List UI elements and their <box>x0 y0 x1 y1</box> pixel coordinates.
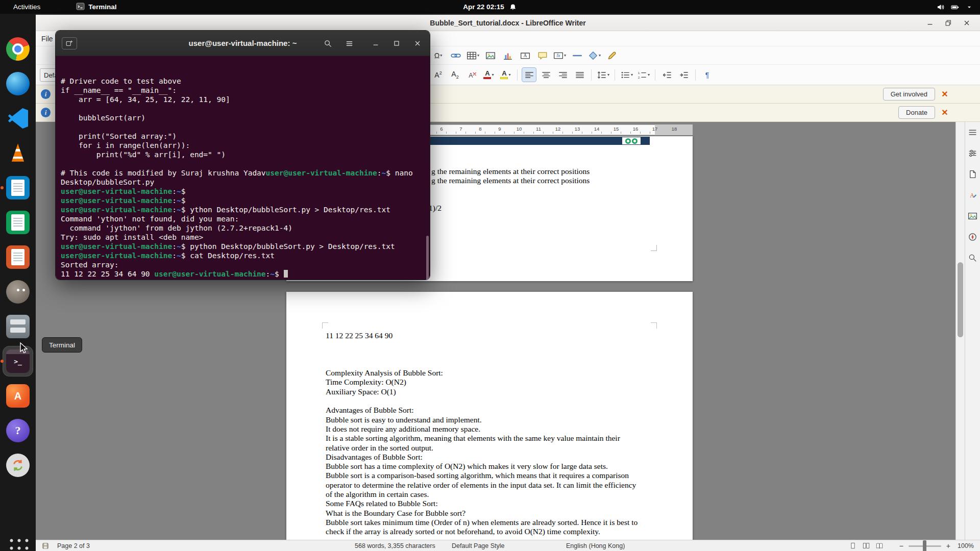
maximize-icon[interactable] <box>390 37 403 49</box>
zoom-slider-thumb[interactable] <box>923 540 926 551</box>
align-center-button[interactable] <box>539 68 553 82</box>
draw-functions-button[interactable] <box>605 48 619 62</box>
insert-chart-button[interactable] <box>501 48 514 62</box>
multi-page-view-icon[interactable] <box>861 540 872 551</box>
terminal-line: for i in range(len(arr)): <box>61 141 425 151</box>
style-inspector-icon[interactable] <box>967 252 979 264</box>
dock-item-chrome[interactable] <box>3 34 33 64</box>
superscript-button[interactable]: A2 <box>431 68 445 82</box>
decrease-indent-button[interactable] <box>660 68 674 82</box>
align-left-button[interactable] <box>522 68 536 82</box>
dock-item-libreoffice-calc[interactable] <box>3 208 33 237</box>
formatting-marks-button[interactable]: ¶ <box>700 68 714 82</box>
status-page-style[interactable]: Default Page Style <box>452 540 505 551</box>
status-page-number[interactable]: Page 2 of 3 <box>57 540 90 551</box>
dock-item-gimp[interactable] <box>3 277 33 307</box>
scrollbar-thumb[interactable] <box>958 262 963 337</box>
document-page-2[interactable]: 11 12 22 25 34 64 90Complexity Analysis … <box>286 292 693 540</box>
basic-shapes-button[interactable]: ▾ <box>587 48 601 62</box>
clock-menu[interactable]: Apr 22 02:15 <box>463 3 517 11</box>
highlight-color-button[interactable]: A▾ <box>499 68 512 82</box>
status-language[interactable]: English (Hong Kong) <box>566 540 625 551</box>
book-view-icon[interactable] <box>874 540 885 551</box>
donate-button[interactable]: Donate <box>898 106 935 119</box>
insert-comment-button[interactable] <box>535 48 549 62</box>
align-right-button[interactable] <box>556 68 570 82</box>
terminal-line: command 'jython' from deb jython (2.7.2+… <box>61 224 425 233</box>
single-page-view-icon[interactable] <box>847 540 859 551</box>
zoom-in-button[interactable]: + <box>946 540 950 551</box>
chevron-down-icon: ▾ <box>599 53 601 58</box>
zoom-level[interactable]: 100% <box>958 540 974 551</box>
subscript-button[interactable]: A2 <box>448 68 462 82</box>
increase-indent-button[interactable] <box>677 68 691 82</box>
terminal-scrollbar-thumb[interactable] <box>426 236 429 280</box>
line-spacing-button[interactable]: ▾ <box>596 68 610 82</box>
toolbar-separator <box>591 69 592 81</box>
status-word-count[interactable]: 568 words, 3,355 characters <box>355 540 435 551</box>
vlc-icon <box>8 143 28 163</box>
dock-item-show-applications[interactable] <box>3 532 33 551</box>
writer-titlebar[interactable]: Bubble_Sort_tutorial.docx - LibreOffice … <box>36 15 980 31</box>
dock-item-vlc[interactable] <box>3 138 33 168</box>
document-text-line <box>326 359 663 368</box>
page-icon[interactable] <box>967 168 979 180</box>
focused-app-indicator[interactable]: Terminal <box>76 2 116 12</box>
document-scrollbar[interactable] <box>955 122 965 540</box>
ruler-number: 10 <box>517 126 522 132</box>
hyperlink-button[interactable] <box>449 48 462 62</box>
close-icon[interactable]: ✕ <box>939 108 950 117</box>
ruler-number: 6 <box>440 126 443 132</box>
minimize-icon[interactable] <box>369 37 382 49</box>
insert-field-button[interactable]: fx▾ <box>553 48 567 62</box>
close-icon[interactable]: ✕ <box>939 89 950 99</box>
dock-item-libreoffice-writer[interactable] <box>3 173 33 203</box>
libreoffice-impress-icon <box>6 245 30 269</box>
dock-item-vscode[interactable] <box>3 104 33 133</box>
navigator-icon[interactable] <box>967 231 979 243</box>
numbered-list-button[interactable]: 1.2.▾ <box>636 68 650 82</box>
ruler-number: 16 <box>633 126 639 132</box>
get-involved-button[interactable]: Get involved <box>883 88 935 101</box>
ruler-number: 7 <box>459 126 462 132</box>
menu-icon[interactable] <box>342 37 356 49</box>
special-character-button[interactable]: Ω▾ <box>431 48 445 62</box>
gallery-icon[interactable] <box>967 210 979 222</box>
font-color-button[interactable]: A▾ <box>482 68 496 82</box>
focused-app-label: Terminal <box>88 3 116 11</box>
toolbar-separator <box>517 69 518 81</box>
dock-item-software-updater[interactable] <box>3 450 33 480</box>
insert-table-button[interactable]: ▾ <box>466 48 480 62</box>
insert-image-button[interactable] <box>483 48 497 62</box>
close-icon[interactable] <box>411 37 424 49</box>
ruler-number: 18 <box>672 126 677 132</box>
dock-item-thunderbird[interactable] <box>3 69 33 98</box>
clear-formatting-button[interactable]: A <box>465 68 479 82</box>
styles-icon[interactable]: A <box>967 189 979 201</box>
properties-icon[interactable] <box>967 147 979 159</box>
close-icon[interactable] <box>961 17 973 29</box>
align-justify-button[interactable] <box>573 68 586 82</box>
dock-item-ubuntu-software[interactable]: A <box>3 381 33 411</box>
search-icon[interactable] <box>321 37 334 49</box>
restore-icon[interactable] <box>942 17 954 29</box>
document-save-status-icon[interactable] <box>42 540 49 551</box>
sidebar-settings-icon[interactable] <box>967 126 979 138</box>
insert-textbox-button[interactable]: A <box>518 48 532 62</box>
text-boundary-corner <box>651 322 657 329</box>
zoom-slider[interactable] <box>909 540 941 551</box>
terminal-line: arr = [64, 34, 25, 12, 22, 11, 90] <box>61 95 425 105</box>
terminal-titlebar[interactable]: user@user-virtual-machine: ~ <box>56 31 430 56</box>
minimize-icon[interactable] <box>924 17 936 29</box>
dock-item-help[interactable]: ? <box>3 416 33 445</box>
dock-item-libreoffice-impress[interactable] <box>3 242 33 272</box>
bullet-list-button[interactable]: ▾ <box>620 68 633 82</box>
system-status-area[interactable] <box>937 3 973 11</box>
new-tab-icon[interactable] <box>62 37 77 49</box>
dock-item-files[interactable] <box>3 312 33 341</box>
activities-button[interactable]: Activities <box>9 3 44 11</box>
zoom-out-button[interactable]: − <box>899 540 903 551</box>
horizontal-line-button[interactable] <box>570 48 584 62</box>
dock: >_A? <box>0 14 36 551</box>
terminal-content[interactable]: # Driver code to test aboveif __name__ =… <box>56 56 430 280</box>
